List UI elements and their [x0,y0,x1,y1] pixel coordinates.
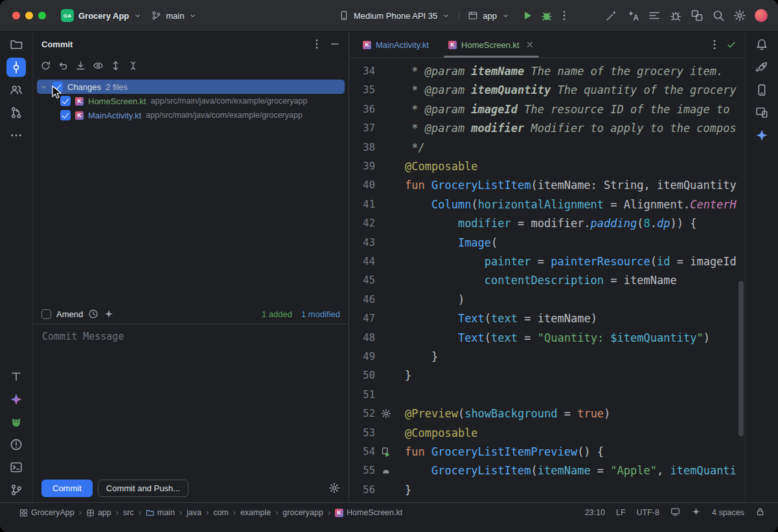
version-control-icon[interactable] [6,480,26,500]
line-number[interactable]: 56 [349,484,375,496]
breadcrumb-GroceryApp[interactable]: GroceryApp [19,508,74,517]
compose-tools-icon[interactable] [605,9,618,22]
collapse-all-icon[interactable] [125,58,141,73]
debug-button[interactable] [540,9,553,22]
commit-message-input[interactable]: Commit Message [33,324,349,474]
profiler-icon[interactable] [669,9,682,22]
changes-checkbox[interactable] [52,82,63,92]
code-line-46[interactable]: 46 ) [349,290,745,309]
project-icon[interactable] [6,35,26,54]
device-selector[interactable]: Medium Phone API 35 [334,8,455,23]
deploy-preview-icon[interactable] [381,465,391,476]
pull-requests-icon[interactable] [6,103,26,122]
terminal-icon[interactable] [6,458,26,477]
inspections-ok-icon[interactable] [726,39,737,50]
generate-commit-message-button[interactable] [104,309,114,319]
gemini-icon[interactable] [6,390,26,409]
code-line-41[interactable]: 41 Column(horizontalAlignment = Alignmen… [349,195,745,214]
more-run-options-button[interactable] [558,10,570,21]
line-number[interactable]: 55 [349,465,375,476]
line-number[interactable]: 35 [349,84,375,96]
line-number[interactable]: 51 [349,389,375,401]
project-widget[interactable]: GA Grocery App [56,6,146,25]
gemini-spark-icon[interactable] [752,126,772,145]
code-line-50[interactable]: 50} [349,366,745,385]
code-line-54[interactable]: 54fun GroceryListItemPreview() { [349,442,745,461]
breadcrumb-HomeScreen.kt[interactable]: HomeScreen.kt [335,508,402,517]
breadcrumb-main[interactable]: main [146,508,175,517]
expand-all-icon[interactable] [108,58,123,73]
tab-HomeScreen.kt[interactable]: HomeScreen.kt [439,32,544,58]
refresh-icon[interactable] [38,58,53,73]
line-number[interactable]: 44 [349,256,375,267]
more-tool-windows-icon[interactable] [6,126,26,145]
changes-root-row[interactable]: Changes 2 files [37,80,345,94]
line-number[interactable]: 43 [349,237,375,249]
changed-file-row[interactable]: MainActivity.kt app/src/main/java/com/ex… [37,108,345,122]
rollback-icon[interactable] [55,58,71,73]
changed-file-row[interactable]: HomeScreen.kt app/src/main/java/com/exam… [37,94,345,108]
line-number[interactable]: 47 [349,313,375,324]
notifications-icon[interactable] [752,35,772,54]
indent-style[interactable]: 4 spaces [712,508,744,517]
zoom-window-button[interactable] [38,12,46,19]
running-devices-icon[interactable] [752,103,772,122]
code-line-52[interactable]: 52@Preview(showBackground = true) [349,404,745,423]
run-button[interactable] [521,9,534,22]
cursor-position[interactable]: 23:10 [585,508,605,517]
line-number[interactable]: 52 [349,408,375,419]
breadcrumb-example[interactable]: example [240,508,271,517]
editor-scrollbar[interactable] [738,281,744,436]
line-number[interactable]: 41 [349,199,375,210]
code-line-35[interactable]: 35 * @param itemQuantity The quantity of… [349,81,745,100]
line-number[interactable]: 46 [349,294,375,305]
code-editor[interactable]: 33 *34 * @param itemName The name of the… [349,58,745,502]
line-number[interactable]: 39 [349,161,375,172]
problems-icon[interactable] [6,435,26,454]
amend-checkbox[interactable] [41,309,51,319]
text-tool-icon[interactable] [6,367,26,386]
device-manager-icon[interactable] [752,80,772,100]
commit-icon[interactable] [6,58,26,77]
ai-status-icon[interactable] [691,507,701,518]
structure-icon[interactable] [6,80,26,100]
reader-mode-icon[interactable] [670,507,680,518]
code-line-39[interactable]: 39@Composable [349,157,745,175]
code-line-34[interactable]: 34 * @param itemName The name of the gro… [349,61,745,80]
commit-button[interactable]: Commit [41,480,93,497]
logcat-icon[interactable] [6,412,26,432]
commit-and-push-button[interactable]: Commit and Push... [98,480,189,497]
line-number[interactable]: 45 [349,274,375,286]
file-checkbox[interactable] [60,110,71,120]
branch-widget[interactable]: main [146,8,201,23]
commit-panel-options-button[interactable] [311,38,323,50]
breadcrumb-groceryapp[interactable]: groceryapp [282,508,323,517]
code-line-37[interactable]: 37 * @param modifier Modifier to apply t… [349,119,745,138]
write-access-icon[interactable] [755,507,765,518]
line-number[interactable]: 50 [349,370,375,381]
code-line-56[interactable]: 56} [349,480,745,499]
line-number[interactable]: 53 [349,427,375,439]
line-separator[interactable]: LF [616,508,626,517]
line-number[interactable]: 40 [349,179,375,191]
file-checkbox[interactable] [60,96,71,106]
code-line-51[interactable]: 51 [349,385,745,404]
tab-MainActivity.kt[interactable]: MainActivity.kt [353,32,439,58]
ai-actions-icon[interactable] [626,9,639,22]
hide-panel-button[interactable] [329,38,341,50]
line-number[interactable]: 36 [349,104,375,115]
breadcrumb-src[interactable]: src [123,508,134,517]
close-window-button[interactable] [12,12,20,19]
code-line-43[interactable]: 43 Image( [349,233,745,252]
close-tab-icon[interactable] [525,40,534,49]
code-line-47[interactable]: 47 Text(text = itemName) [349,309,745,327]
minimize-window-button[interactable] [25,12,33,19]
device-mirroring-icon[interactable] [691,9,704,22]
code-line-40[interactable]: 40fun GroceryListItem(itemName: String, … [349,176,745,195]
commit-settings-button[interactable] [328,482,340,494]
app-insights-icon[interactable] [752,58,772,77]
line-number[interactable]: 48 [349,332,375,344]
line-number[interactable]: 38 [349,142,375,153]
code-line-38[interactable]: 38 */ [349,138,745,157]
run-configuration-selector[interactable]: app [463,8,514,23]
